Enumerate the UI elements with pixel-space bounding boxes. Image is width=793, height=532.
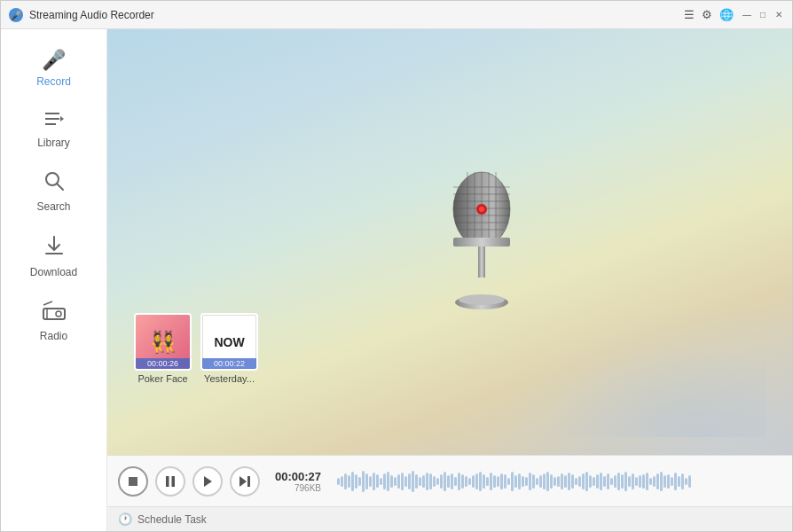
waveform-bar [539, 475, 542, 488]
waveform-bar [337, 478, 340, 485]
waveform-bar [507, 478, 510, 485]
waveform-bar [419, 477, 421, 486]
album-timer-1: 00:00:26 [136, 358, 190, 369]
waveform-bar [426, 473, 428, 490]
sidebar-item-record[interactable]: 🎤 Record [1, 38, 106, 98]
waveform-bar [373, 473, 375, 490]
svg-line-13 [43, 301, 52, 305]
waveform-bar [674, 473, 677, 490]
stop-button[interactable] [118, 466, 148, 497]
svg-point-12 [56, 311, 61, 317]
waveform-bar [653, 476, 656, 487]
sidebar: 🎤 Record Library [1, 29, 107, 531]
search-icon [43, 170, 65, 197]
svg-rect-36 [172, 476, 176, 487]
schedule-label: Schedule Task [137, 513, 207, 526]
svg-point-33 [459, 294, 505, 305]
waveform-bar [397, 474, 400, 489]
schedule-icon: 🕐 [118, 512, 132, 526]
waveform-bar [387, 472, 389, 491]
svg-marker-5 [60, 116, 64, 121]
sidebar-label-library: Library [37, 137, 70, 149]
waveform-bar [394, 477, 396, 486]
content-area: 👯 00:00:26 Poker Face NOW 00:00:22 Yeste… [107, 29, 792, 531]
time-info: 00:00:27 796KB [272, 470, 321, 493]
waveform-bar [362, 471, 365, 492]
waveform-bar [490, 473, 492, 490]
waveform-bar [688, 475, 691, 488]
waveform-bar [557, 476, 560, 487]
album-row: 👯 00:00:26 Poker Face NOW 00:00:22 Yeste… [134, 313, 258, 384]
waveform-bar [475, 473, 478, 489]
sidebar-item-search[interactable]: Search [1, 160, 106, 223]
svg-rect-35 [166, 476, 169, 487]
waveform-bar [380, 478, 382, 485]
waveform-bar [546, 472, 549, 491]
album-item-2[interactable]: NOW 00:00:22 Yesterday... [200, 313, 258, 384]
svg-point-29 [479, 207, 484, 212]
album-thumb-1: 👯 00:00:26 [134, 313, 192, 371]
radio-icon [42, 300, 67, 326]
waveform-bar [433, 476, 436, 487]
waveform-bar [390, 475, 393, 488]
waveform-bar [422, 475, 425, 488]
waveform-bar [628, 476, 631, 487]
waveform-bar [564, 475, 567, 488]
waveform-bar [465, 476, 467, 487]
waveform-bar [635, 477, 638, 486]
waveform-bar [447, 475, 450, 488]
sidebar-item-library[interactable]: Library [1, 98, 106, 160]
svg-line-7 [57, 184, 63, 190]
play-button[interactable] [192, 466, 223, 497]
recording-area: 👯 00:00:26 Poker Face NOW 00:00:22 Yeste… [107, 29, 792, 455]
waveform-bar [649, 478, 652, 485]
waveform-bar [678, 476, 680, 487]
album-item-1[interactable]: 👯 00:00:26 Poker Face [134, 313, 192, 384]
waveform-bar [358, 477, 361, 486]
svg-marker-38 [239, 476, 247, 487]
waveform-bar [607, 473, 609, 489]
waveform-bar [656, 473, 659, 489]
waveform-bar [486, 477, 489, 486]
waveform-bar [685, 478, 687, 485]
menu-settings[interactable]: ⚙ [702, 8, 712, 21]
pause-button[interactable] [155, 466, 185, 497]
svg-rect-39 [247, 476, 250, 487]
menu-list[interactable]: ☰ [684, 8, 695, 21]
waveform-bar [412, 471, 414, 492]
menu-globe[interactable]: 🌐 [719, 8, 734, 21]
waveform-bar [532, 474, 535, 489]
waveform-bar [681, 473, 684, 489]
minimize-button[interactable]: — [741, 9, 753, 21]
svg-text:🎤: 🎤 [11, 10, 22, 21]
maximize-button[interactable]: □ [757, 9, 769, 21]
waveform-bar [522, 476, 524, 487]
waveform-bar [497, 476, 499, 487]
album-timer-2: 00:00:22 [202, 358, 256, 369]
close-button[interactable]: ✕ [773, 9, 785, 21]
waveform-bar [504, 474, 506, 489]
waveform-bar [589, 475, 592, 488]
waveform-bar [621, 474, 624, 489]
sidebar-item-radio[interactable]: Radio [1, 289, 106, 353]
title-bar-menu: ☰ ⚙ 🌐 [684, 8, 734, 21]
waveform-bar [596, 474, 599, 489]
waveform-bar [415, 474, 418, 489]
svg-rect-31 [478, 246, 485, 278]
controls-bar: 00:00:27 796KB [107, 455, 792, 506]
next-button[interactable] [230, 466, 260, 497]
waveform-bar [493, 475, 496, 488]
microphone-graphic [428, 160, 535, 324]
waveform-bar [483, 474, 485, 489]
waveform-bar [468, 478, 471, 485]
waveform-bar [454, 477, 457, 486]
sidebar-label-search: Search [36, 200, 70, 213]
waveform-bar [472, 475, 475, 488]
sidebar-item-download[interactable]: Download [1, 223, 106, 289]
waveform-bar [603, 476, 606, 487]
schedule-bar[interactable]: 🕐 Schedule Task [107, 506, 792, 531]
download-icon [43, 234, 66, 262]
waveform-bar [436, 478, 439, 485]
waveform-bar [344, 473, 347, 489]
waveform-bar [667, 474, 670, 489]
